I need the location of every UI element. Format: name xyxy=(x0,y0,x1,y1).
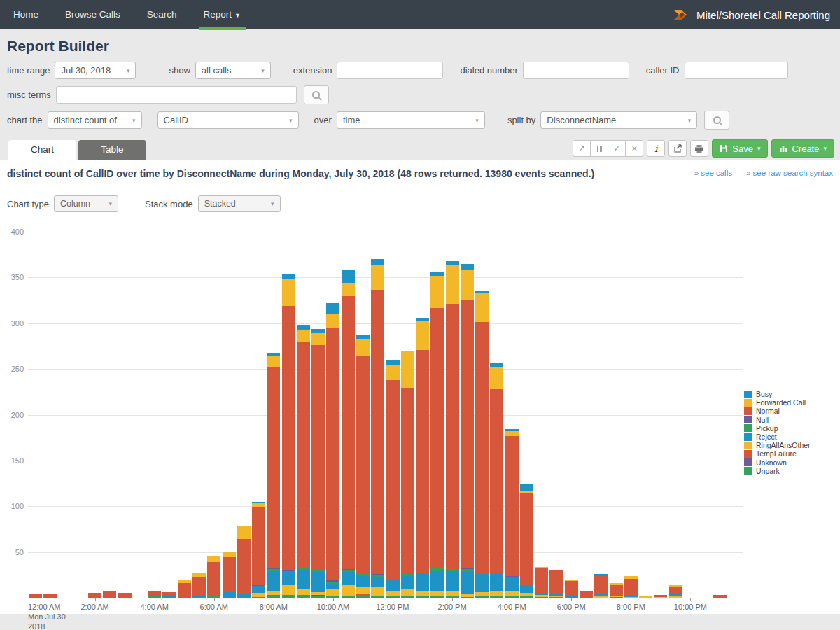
bar-segment-null[interactable] xyxy=(252,585,265,586)
bar-segment-reject[interactable] xyxy=(342,572,355,584)
bar-segment-normal[interactable] xyxy=(371,290,384,574)
bar-segment-forwarded-call[interactable] xyxy=(282,279,295,306)
bar-segment-forwarded-call[interactable] xyxy=(312,333,325,345)
bar-segment-reject[interactable] xyxy=(594,594,608,596)
bar-segment-normal[interactable] xyxy=(580,592,593,598)
bar-segment-reject[interactable] xyxy=(386,580,400,590)
bar-segment-reject[interactable] xyxy=(401,576,414,589)
bar-segment-busy[interactable] xyxy=(430,272,444,276)
bar-segment-busy[interactable] xyxy=(594,574,608,576)
bar-segment-ringallansother[interactable] xyxy=(535,595,548,597)
aggregation-select[interactable]: distinct count of▾ xyxy=(48,111,142,129)
bar-segment-pickup[interactable] xyxy=(342,570,355,573)
bar-segment-reject[interactable] xyxy=(624,596,638,596)
bar-segment-null[interactable] xyxy=(461,568,474,570)
bar-segment-null[interactable] xyxy=(326,580,340,582)
bar-segment-normal[interactable] xyxy=(416,350,429,573)
job-info-button[interactable]: i xyxy=(647,140,665,157)
bar-segment-normal[interactable] xyxy=(610,585,623,595)
bar-segment-forwarded-call[interactable] xyxy=(446,265,459,304)
bar-segment-pickup[interactable] xyxy=(326,582,340,584)
bar-segment-pickup[interactable] xyxy=(371,575,384,577)
bar-segment-busy[interactable] xyxy=(252,502,265,504)
bar-segment-reject[interactable] xyxy=(475,574,489,592)
bar-segment-normal[interactable] xyxy=(565,581,578,596)
bar-segment-forwarded-call[interactable] xyxy=(192,573,206,577)
bar-segment-busy[interactable] xyxy=(267,353,280,356)
nav-item-browse-calls[interactable]: Browse Calls xyxy=(52,0,134,29)
bar-segment-ringallansother[interactable] xyxy=(356,587,370,594)
bar-segment-pickup[interactable] xyxy=(461,569,474,572)
legend-item-null[interactable]: Null xyxy=(744,416,811,424)
bar-segment-ringallansother[interactable] xyxy=(430,592,444,596)
print-button[interactable] xyxy=(690,140,708,157)
bar-segment-ringallansother[interactable] xyxy=(550,596,563,596)
bar-segment-ringallansother[interactable] xyxy=(416,592,429,596)
bar-segment-forwarded-call[interactable] xyxy=(401,351,414,388)
bar-segment-ringallansother[interactable] xyxy=(490,591,503,596)
bar-segment-forwarded-call[interactable] xyxy=(535,567,548,569)
bar-segment-forwarded-call[interactable] xyxy=(669,585,682,587)
bar-segment-reject[interactable] xyxy=(430,571,444,592)
bar-segment-forwarded-call[interactable] xyxy=(223,552,236,558)
bar-segment-normal[interactable] xyxy=(267,368,280,568)
bar-segment-normal[interactable] xyxy=(192,577,206,596)
bar-segment-pickup[interactable] xyxy=(446,569,459,571)
bar-segment-reject[interactable] xyxy=(446,571,459,592)
see-calls-link[interactable]: » see calls xyxy=(694,169,732,177)
bar-segment-normal[interactable] xyxy=(401,388,414,573)
bar-segment-busy[interactable] xyxy=(282,274,295,279)
bar-segment-normal[interactable] xyxy=(475,322,489,574)
over-select[interactable]: time▾ xyxy=(337,111,485,129)
tab-table[interactable]: Table xyxy=(78,140,146,160)
bar-segment-normal[interactable] xyxy=(624,579,638,596)
bar-segment-reject[interactable] xyxy=(490,574,503,591)
bar-segment-reject[interactable] xyxy=(282,571,295,585)
bar-segment-normal[interactable] xyxy=(446,304,459,569)
bar-segment-ringallansother[interactable] xyxy=(386,591,400,596)
nav-item-report[interactable]: Report▼ xyxy=(190,0,254,30)
bar-segment-null[interactable] xyxy=(267,568,280,570)
bar-segment-reject[interactable] xyxy=(535,593,548,595)
bar-segment-reject[interactable] xyxy=(297,569,310,588)
bar-segment-forwarded-call[interactable] xyxy=(267,356,280,368)
bar-segment-forwarded-call[interactable] xyxy=(342,283,355,295)
legend-item-tempfailure[interactable]: TempFailure xyxy=(744,449,811,458)
bar-segment-busy[interactable] xyxy=(326,303,340,314)
bar-segment-reject[interactable] xyxy=(223,592,236,598)
misc-search-button[interactable] xyxy=(304,85,329,104)
legend-item-ringallansother[interactable]: RingAllAnsOther xyxy=(744,441,811,449)
bar-segment-normal[interactable] xyxy=(297,342,310,568)
bar-segment-forwarded-call[interactable] xyxy=(565,580,578,581)
stack-mode-select[interactable]: Stacked▾ xyxy=(198,195,281,212)
bar-segment-forwarded-call[interactable] xyxy=(520,491,533,493)
bar-segment-null[interactable] xyxy=(505,576,519,578)
bar-segment-busy[interactable] xyxy=(207,556,220,556)
open-in-search-button[interactable]: ↗ xyxy=(573,140,591,157)
bar-segment-busy[interactable] xyxy=(356,335,370,339)
bar-segment-null[interactable] xyxy=(371,574,384,575)
bar-segment-forwarded-call[interactable] xyxy=(178,580,191,583)
time-range-select[interactable]: Jul 30, 2018▾ xyxy=(55,62,136,79)
bar-segment-normal[interactable] xyxy=(252,507,265,585)
bar-segment-normal[interactable] xyxy=(505,436,519,576)
bar-segment-normal[interactable] xyxy=(654,595,667,597)
bar-segment-busy[interactable] xyxy=(386,360,400,364)
misc-terms-input[interactable] xyxy=(56,86,297,104)
bar-segment-ringallansother[interactable] xyxy=(282,585,295,595)
bar-segment-normal[interactable] xyxy=(237,539,251,594)
bar-segment-busy[interactable] xyxy=(416,318,429,321)
bar-segment-reject[interactable] xyxy=(550,594,563,596)
bar-segment-null[interactable] xyxy=(386,580,400,580)
bar-segment-normal[interactable] xyxy=(207,562,220,596)
tab-chart[interactable]: Chart xyxy=(8,140,76,160)
bar-segment-forwarded-call[interactable] xyxy=(237,526,251,539)
bar-segment-busy[interactable] xyxy=(371,259,384,265)
bar-segment-pickup[interactable] xyxy=(356,574,370,576)
legend-item-unpark[interactable]: Unpark xyxy=(744,467,811,475)
bar-segment-busy[interactable] xyxy=(342,270,355,283)
bar-segment-ringallansother[interactable] xyxy=(267,592,280,595)
bar-segment-forwarded-call[interactable] xyxy=(624,576,638,579)
bar-segment-busy[interactable] xyxy=(475,291,489,293)
create-button[interactable]: Create ▾ xyxy=(771,139,834,158)
